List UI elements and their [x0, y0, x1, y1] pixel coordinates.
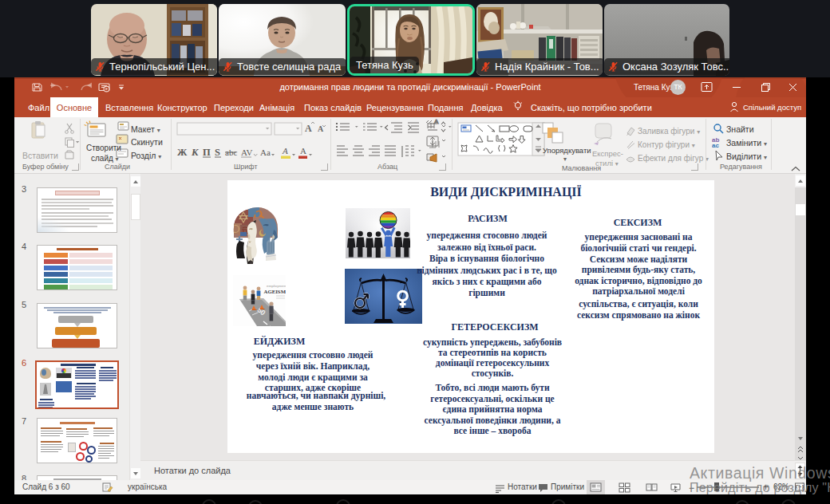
svg-text:AV: AV	[241, 148, 253, 157]
svg-text:employment: employment	[267, 284, 286, 288]
svg-text:А: А	[434, 118, 439, 125]
svg-text:К: К	[191, 147, 200, 158]
svg-text:Aa: Aa	[260, 148, 271, 157]
svg-text:ac: ac	[712, 142, 719, 148]
svg-text:Ж: Ж	[177, 147, 188, 158]
svg-text:А: А	[300, 146, 306, 156]
svg-text:А: А	[282, 146, 288, 156]
svg-text:П: П	[203, 147, 211, 158]
svg-text:S: S	[215, 147, 220, 158]
svg-text:AGEISM: AGEISM	[264, 289, 287, 294]
svg-text:А: А	[305, 123, 312, 134]
